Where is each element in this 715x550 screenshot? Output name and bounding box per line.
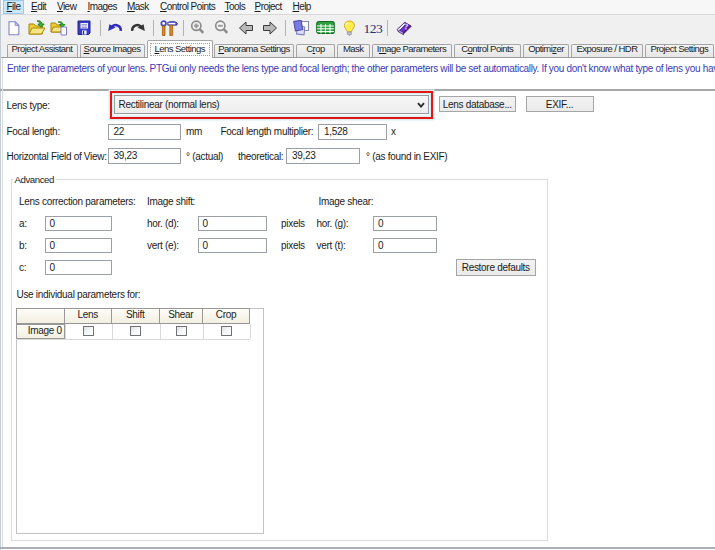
svg-text:?: ?	[404, 21, 409, 31]
